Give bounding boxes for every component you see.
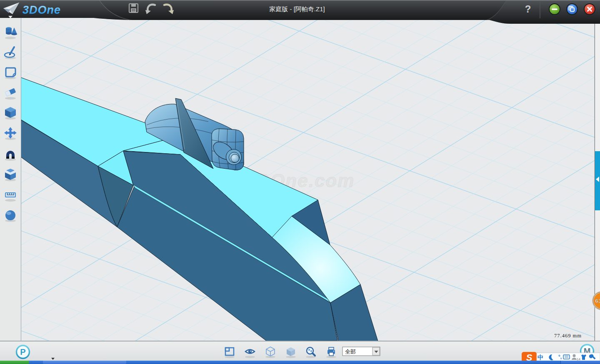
minimize-icon bbox=[552, 9, 558, 10]
close-button[interactable] bbox=[584, 3, 595, 15]
title-bar: 3DOne 家庭版 - [阿帕奇.Z1] ? bbox=[0, 0, 600, 24]
status-bar-content: P 全部 M S 中 °, 14 bbox=[0, 341, 600, 361]
maximize-button[interactable] bbox=[566, 3, 578, 15]
wireframe-cube-button[interactable] bbox=[265, 347, 275, 358]
main-canvas[interactable]: i3DOne.com bbox=[0, 0, 600, 364]
filter-dropdown[interactable]: 全部 bbox=[342, 347, 380, 356]
zoom-search-button[interactable] bbox=[306, 347, 316, 358]
flyout-tab[interactable] bbox=[595, 151, 600, 210]
ime-lang-toggle[interactable]: 中 bbox=[538, 354, 543, 361]
left-toolbar bbox=[0, 18, 21, 341]
ime-punct-icon[interactable]: °, bbox=[558, 354, 562, 360]
tool-sphere-icon[interactable] bbox=[5, 210, 16, 222]
shaded-cube-button[interactable] bbox=[286, 347, 296, 358]
svg-text:14: 14 bbox=[577, 357, 580, 361]
filter-value: 全部 bbox=[345, 349, 356, 355]
start-button[interactable] bbox=[0, 361, 29, 364]
ime-logo: S bbox=[526, 352, 532, 361]
ime-toolbar[interactable]: S 中 °, 14 bbox=[522, 352, 600, 361]
tool-measure-ruler-icon[interactable] bbox=[5, 192, 16, 202]
visibility-eye-button[interactable] bbox=[245, 350, 255, 358]
taskbar-tray bbox=[560, 361, 600, 364]
print-button[interactable] bbox=[326, 347, 336, 358]
minimize-button[interactable] bbox=[549, 3, 560, 15]
pm-part-badge[interactable]: P bbox=[17, 346, 30, 359]
svg-text:63: 63 bbox=[595, 298, 600, 304]
tool-solid-cube-icon[interactable] bbox=[5, 107, 16, 120]
measurement-label: 77.469 mm bbox=[554, 333, 582, 339]
svg-text:P: P bbox=[20, 347, 25, 357]
logo-text: 3DOne bbox=[22, 4, 61, 16]
help-button[interactable]: ? bbox=[525, 3, 531, 15]
view-plane-button[interactable] bbox=[225, 348, 235, 358]
window-title: 家庭版 - [阿帕奇.Z1] bbox=[269, 5, 325, 12]
taskbar-window-button[interactable] bbox=[43, 361, 126, 364]
statusbar-dropdown-arrow[interactable] bbox=[51, 358, 55, 360]
